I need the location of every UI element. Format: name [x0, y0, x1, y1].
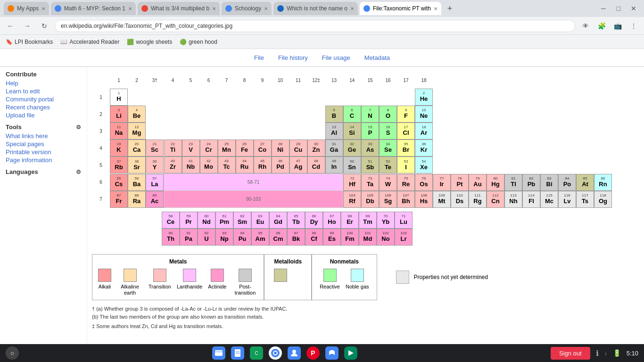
element-Ge[interactable]: 32Ge: [343, 140, 362, 156]
element-La[interactable]: 57La: [146, 174, 164, 191]
tab-close-myapps[interactable]: ✕: [41, 6, 45, 11]
tab-whichnotname[interactable]: Which is not the name o ✕: [273, 2, 358, 15]
app-files[interactable]: [212, 346, 225, 360]
element-No[interactable]: 102No: [377, 229, 395, 246]
sign-out-button[interactable]: Sign out: [551, 347, 590, 360]
element-Ne[interactable]: 10Ne: [415, 106, 433, 123]
element-Si[interactable]: 14Si: [343, 123, 362, 140]
address-input[interactable]: [55, 20, 575, 32]
app-people[interactable]: [288, 346, 301, 360]
element-Nh[interactable]: 113Nh: [504, 191, 522, 208]
element-Li[interactable]: 3Li: [110, 106, 128, 123]
element-Mo[interactable]: 42Mo: [200, 156, 218, 174]
element-Hs[interactable]: 108Hs: [415, 191, 433, 208]
minimize-button[interactable]: ─: [597, 2, 610, 15]
element-Co[interactable]: 27Co: [254, 140, 272, 156]
element-Cd[interactable]: 48Cd: [307, 156, 325, 174]
element-Lv[interactable]: 116Lv: [558, 191, 576, 208]
sidebar-link-recentchanges[interactable]: Recent changes: [6, 104, 81, 111]
element-Rb[interactable]: 37Rb: [110, 156, 128, 174]
element-Gd[interactable]: 64Gd: [269, 212, 287, 229]
element-At[interactable]: 85At: [576, 174, 594, 191]
element-U[interactable]: 92U: [198, 229, 215, 246]
element-Mc[interactable]: 115Mc: [540, 191, 558, 208]
element-Ta[interactable]: 73Ta: [361, 174, 379, 191]
element-Fm[interactable]: 100Fm: [341, 229, 359, 246]
element-Np[interactable]: 93Np: [215, 229, 233, 246]
element-Cr[interactable]: 24Cr: [200, 140, 218, 156]
element-Fr[interactable]: 87Fr: [110, 191, 128, 208]
element-Rn[interactable]: 86Rn: [594, 174, 612, 191]
cast-icon[interactable]: 📺: [611, 19, 624, 33]
element-Ca[interactable]: 20Ca: [128, 140, 146, 156]
element-Og[interactable]: 118Og: [594, 191, 612, 208]
forward-button[interactable]: →: [21, 19, 34, 33]
element-V[interactable]: 23V: [182, 140, 200, 156]
element-Pt[interactable]: 78Pt: [451, 174, 469, 191]
element-Ar[interactable]: 18Ar: [415, 123, 433, 140]
app-chrome[interactable]: [269, 346, 282, 360]
lang-gear-icon[interactable]: ⚙: [76, 169, 81, 175]
element-Ra[interactable]: 88Ra: [128, 191, 146, 208]
element-Pu[interactable]: 94Pu: [233, 229, 251, 246]
element-Mn[interactable]: 25Mn: [218, 140, 236, 156]
back-button[interactable]: ←: [4, 19, 17, 33]
app-print[interactable]: [325, 346, 339, 360]
app-docs[interactable]: [231, 346, 244, 360]
element-Sg[interactable]: 106Sg: [379, 191, 397, 208]
file-tab-usage[interactable]: File usage: [322, 54, 350, 61]
element-Ce[interactable]: 58Ce: [162, 212, 180, 229]
element-Cu[interactable]: 29Cu: [289, 140, 307, 156]
tab-close-which[interactable]: ✕: [350, 6, 354, 11]
element-Ru[interactable]: 44Ru: [236, 156, 254, 174]
element-Cs[interactable]: 55Cs: [110, 174, 128, 191]
element-Sm[interactable]: 62Sm: [233, 212, 251, 229]
element-Cl[interactable]: 17Cl: [397, 123, 415, 140]
element-Te[interactable]: 52Te: [379, 156, 397, 174]
bookmark-woogle[interactable]: 🟩 woogle sheets: [127, 39, 172, 45]
element-Al[interactable]: 13Al: [325, 123, 343, 140]
element-K[interactable]: 19K: [110, 140, 128, 156]
element-Sn[interactable]: 50Sn: [343, 156, 362, 174]
element-Kr[interactable]: 36Kr: [415, 140, 433, 156]
file-tab-history[interactable]: File history: [278, 54, 308, 61]
element-Ho[interactable]: 67Ho: [323, 212, 341, 229]
element-Tm[interactable]: 69Tm: [359, 212, 377, 229]
element-Xe[interactable]: 54Xe: [415, 156, 433, 174]
tab-multiply[interactable]: What is 3/4 multiplied b ✕: [138, 2, 220, 15]
element-Bk[interactable]: 97Bk: [287, 229, 305, 246]
element-Nb[interactable]: 41Nb: [182, 156, 200, 174]
element-Yb[interactable]: 70Yb: [377, 212, 395, 229]
element-Se[interactable]: 34Se: [379, 140, 397, 156]
element-Au[interactable]: 79Au: [469, 174, 487, 191]
sidebar-link-help[interactable]: Help: [6, 80, 81, 87]
tab-close-multiply[interactable]: ✕: [212, 6, 216, 11]
tab-filetaxonomic[interactable]: File:Taxonomic PT with ✕: [360, 2, 441, 15]
element-He[interactable]: 2He: [415, 89, 433, 106]
app-play[interactable]: [344, 346, 357, 360]
element-Sr[interactable]: 38Sr: [128, 156, 146, 174]
element-Lr[interactable]: 103Lr: [395, 229, 413, 246]
element-Mg[interactable]: 12Mg: [128, 123, 146, 140]
element-Cn[interactable]: 112Cn: [487, 191, 504, 208]
element-Th[interactable]: 90Th: [162, 229, 180, 246]
element-Cf[interactable]: 98Cf: [305, 229, 323, 246]
element-Am[interactable]: 95Am: [251, 229, 269, 246]
element-Pd[interactable]: 46Pd: [272, 156, 289, 174]
element-Tc[interactable]: 43Tc: [218, 156, 236, 174]
new-tab-button[interactable]: +: [443, 2, 456, 15]
tab-schoology[interactable]: Schoology ✕: [222, 2, 272, 15]
element-Os[interactable]: 76Os: [415, 174, 433, 191]
sidebar-link-printable[interactable]: Printable version: [6, 148, 81, 156]
element-Rf[interactable]: 104Rf: [343, 191, 362, 208]
element-Ba[interactable]: 56Ba: [128, 174, 146, 191]
element-B[interactable]: 5B: [325, 106, 343, 123]
element-Ts[interactable]: 117Ts: [576, 191, 594, 208]
element-N[interactable]: 7N: [361, 106, 379, 123]
sidebar-link-learntoedit[interactable]: Learn to edit: [6, 88, 81, 95]
element-Eu[interactable]: 63Eu: [251, 212, 269, 229]
element-As[interactable]: 33As: [361, 140, 379, 156]
tab-math6[interactable]: Math 6 - MYP: Section 1 ✕: [51, 2, 136, 15]
element-Re[interactable]: 75Re: [397, 174, 415, 191]
element-Na[interactable]: 11Na: [110, 123, 128, 140]
